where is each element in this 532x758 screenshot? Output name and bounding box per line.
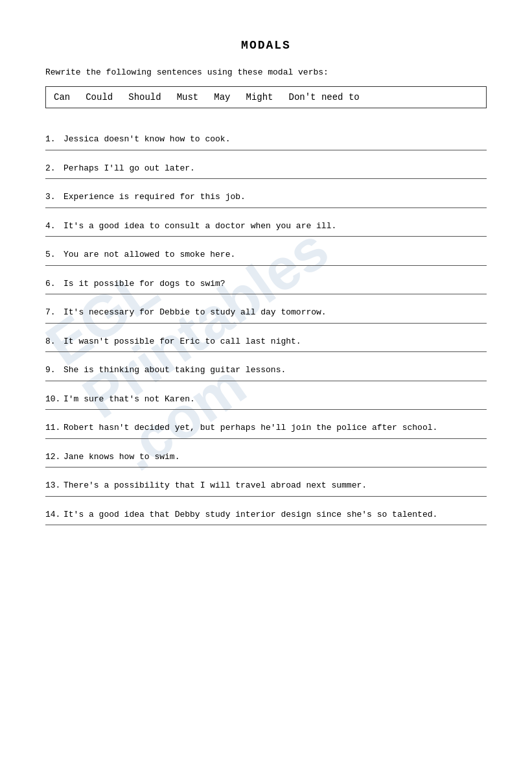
sentence-number: 5. (45, 248, 64, 261)
list-item: 4.It's a good idea to consult a doctor w… (45, 213, 487, 243)
sentence-body: You are not allowed to smoke here. (64, 248, 235, 261)
sentence-number: 1. (45, 133, 64, 146)
sentence-body: There's a possibility that I will travel… (64, 479, 367, 492)
modal-word-can: Can (54, 92, 70, 102)
list-item: 1.Jessica doesn't know how to cook. (45, 126, 487, 156)
sentence-number: 12. (45, 451, 64, 464)
sentence-body: Robert hasn't decided yet, but perhaps h… (64, 421, 437, 434)
list-item: 8.It wasn't possible for Eric to call la… (45, 329, 487, 358)
list-item: 7.It's necessary for Debbie to study all… (45, 300, 487, 329)
answer-line (45, 467, 487, 468)
sentence-number: 13. (45, 479, 64, 492)
list-item: 14.It's a good idea that Debby study int… (45, 502, 487, 531)
sentence-body: I'm sure that's not Karen. (64, 393, 195, 406)
answer-line (45, 178, 487, 179)
answer-line (45, 525, 487, 525)
list-item: 6.Is it possible for dogs to swim? (45, 271, 487, 300)
list-item: 10.I'm sure that's not Karen. (45, 386, 487, 416)
sentence-number: 7. (45, 306, 64, 319)
answer-line (45, 236, 487, 237)
sentence-body: It's necessary for Debbie to study all d… (64, 306, 327, 319)
sentences-list: 1.Jessica doesn't know how to cook.2.Per… (45, 126, 487, 530)
list-item: 9.She is thinking about taking guitar le… (45, 357, 487, 386)
sentence-body: It's a good idea that Debby study interi… (64, 508, 437, 521)
sentence-body: It's a good idea to consult a doctor whe… (64, 220, 336, 233)
answer-line (45, 150, 487, 150)
answer-line (45, 207, 487, 208)
list-item: 11.Robert hasn't decided yet, but perhap… (45, 415, 487, 444)
answer-line (45, 381, 487, 381)
sentence-number: 10. (45, 393, 64, 406)
sentence-number: 11. (45, 421, 64, 434)
list-item: 12.Jane knows how to swim. (45, 444, 487, 473)
list-item: 3.Experience is required for this job. (45, 184, 487, 213)
sentence-body: Is it possible for dogs to swim? (64, 278, 226, 290)
answer-line (45, 323, 487, 324)
list-item: 2.Perhaps I'll go out later. (45, 156, 487, 185)
answer-line (45, 438, 487, 439)
page-title: MODALS (45, 39, 487, 52)
modal-word-should: Should (128, 92, 161, 102)
modal-words-box: Can Could Should Must May Might Don't ne… (45, 86, 487, 108)
sentence-body: Jane knows how to swim. (64, 451, 179, 464)
sentence-body: She is thinking about taking guitar less… (64, 364, 286, 377)
sentence-body: It wasn't possible for Eric to call last… (64, 335, 301, 348)
modal-word-must: Must (177, 92, 199, 102)
sentence-number: 9. (45, 364, 64, 377)
answer-line (45, 294, 487, 294)
answer-line (45, 409, 487, 410)
sentence-number: 2. (45, 162, 64, 175)
sentence-number: 6. (45, 278, 64, 290)
list-item: 5.You are not allowed to smoke here. (45, 242, 487, 271)
modal-word-might: Might (246, 92, 273, 102)
modal-word-dont-need-to: Don't need to (289, 92, 360, 102)
sentence-body: Experience is required for this job. (64, 191, 246, 204)
instruction-text: Rewrite the following sentences using th… (45, 67, 487, 77)
answer-line (45, 265, 487, 266)
sentence-number: 14. (45, 508, 64, 521)
sentence-number: 4. (45, 220, 64, 233)
sentence-body: Perhaps I'll go out later. (64, 162, 195, 175)
sentence-number: 8. (45, 335, 64, 348)
modal-word-may: May (214, 92, 230, 102)
list-item: 13.There's a possibility that I will tra… (45, 473, 487, 502)
sentence-body: Jessica doesn't know how to cook. (64, 133, 230, 146)
sentence-number: 3. (45, 191, 64, 204)
answer-line (45, 351, 487, 352)
modal-word-could: Could (86, 92, 113, 102)
answer-line (45, 496, 487, 497)
